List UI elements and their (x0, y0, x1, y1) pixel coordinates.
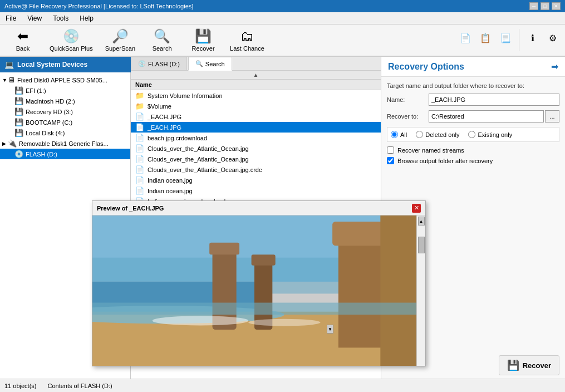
svg-rect-12 (92, 303, 416, 315)
tab-search[interactable]: 🔍 Search (188, 57, 232, 71)
file-item-clouds-1[interactable]: 📄 Clouds_over_the_Atlantic_Ocean.jpg (131, 143, 381, 154)
scrollbar-thumb[interactable] (418, 237, 425, 253)
expand-icon: ▶ (2, 141, 8, 146)
svg-point-14 (248, 319, 320, 326)
browse-output-row: Browse output folder after recovery (387, 157, 559, 164)
file-item-indian-2[interactable]: 📄 Indian ocean.jpg (131, 185, 381, 196)
file-item-beach[interactable]: 📄 beach.jpg.crdownload (131, 133, 381, 143)
file-item-svolume[interactable]: 📁 $Volume (131, 101, 381, 111)
menu-help[interactable]: Help (77, 14, 96, 23)
close-button[interactable]: ✕ (552, 2, 561, 10)
file-list-header: Name (131, 80, 381, 90)
back-button[interactable]: ⬅ Back (3, 26, 42, 54)
name-input[interactable] (429, 94, 559, 106)
lastchance-button[interactable]: 🗂 Last Chance (225, 26, 269, 54)
file-item-indian-1[interactable]: 📄 Indian ocean.jpg (131, 175, 381, 185)
file-icon: 📄 (135, 165, 144, 174)
scroll-up-arrow[interactable]: ▲ (131, 71, 381, 80)
quickscan-label: QuickScan Plus (50, 45, 93, 52)
tree-item-removable[interactable]: ▶ 🔌 Removable Disk1 Generic Flas... (0, 138, 130, 149)
toolbar-icon-btn-4[interactable]: ℹ (524, 29, 542, 47)
minimize-button[interactable]: ─ (529, 2, 538, 10)
recover-toolbar-button[interactable]: 💾 Recover (184, 26, 223, 54)
radio-deleted-input[interactable] (416, 131, 423, 138)
tree-item-fixeddisk[interactable]: ▼ 🖥 Fixed Disk0 APPLE SSD SM05... (0, 75, 130, 85)
recovery-options-title: Recovery Options (388, 62, 464, 72)
browse-button[interactable]: ... (545, 110, 559, 122)
radio-deleted-only[interactable]: Deleted only (416, 131, 459, 138)
search-button[interactable]: 🔍 Search (143, 26, 181, 54)
file-icon: 📄 (135, 155, 144, 163)
recover-named-streams-label: Recover named streams (397, 147, 464, 154)
recover-to-field-row: Recover to: ... (387, 110, 559, 122)
lastchance-icon: 🗂 (240, 28, 254, 44)
radio-existing-label: Existing only (478, 131, 512, 138)
menu-file[interactable]: File (3, 14, 18, 23)
partition-icon: 💾 (14, 118, 23, 126)
file-name: Clouds_over_the_Atlantic_Ocean.jpg.crdc (148, 166, 262, 173)
preview-close-button[interactable]: ✕ (412, 204, 421, 213)
scrollbar-up-arrow[interactable]: ▲ (418, 217, 425, 226)
tree-item-macintosh[interactable]: 💾 Macintosh HD (2:) (0, 96, 130, 106)
maximize-button[interactable]: □ (541, 2, 549, 10)
tree-item-bootcamp[interactable]: 💾 BOOTCAMP (C:) (0, 117, 130, 128)
tree-item-localdisk[interactable]: 💾 Local Disk (4:) (0, 128, 130, 138)
svg-point-13 (153, 316, 248, 325)
superscan-label: SuperScan (105, 45, 135, 52)
file-icon: 📄 (135, 176, 144, 184)
recover-label: Recover (192, 45, 215, 52)
tree-item-recovery-hd[interactable]: 💾 Recovery HD (3:) (0, 106, 130, 117)
radio-deleted-label: Deleted only (425, 131, 459, 138)
toolbar-icon-btn-3[interactable]: 📃 (497, 29, 514, 47)
svg-rect-7 (254, 258, 272, 330)
tab-flash[interactable]: 💿 FLASH (D:) (131, 57, 187, 70)
superscan-icon: 🔎 (112, 28, 129, 44)
radio-existing-input[interactable] (468, 131, 475, 138)
recover-icon: 💾 (195, 28, 212, 44)
scrollbar-down-arrow[interactable]: ▼ (327, 325, 333, 334)
menu-tools[interactable]: Tools (51, 14, 71, 23)
window-controls: ─ □ ✕ (529, 2, 561, 10)
radio-all-label: All (400, 131, 407, 138)
recover-named-streams-checkbox[interactable] (387, 146, 394, 154)
file-item-sysvolinfo[interactable]: 📁 System Volume Information (131, 90, 381, 101)
recover-button-large[interactable]: 💾 Recover (499, 355, 559, 375)
file-name: System Volume Information (148, 92, 223, 99)
lastchance-label: Last Chance (230, 45, 264, 52)
file-item-clouds-2[interactable]: 📄 Clouds_over_the_Atlantic_Ocean.jpg (131, 154, 381, 164)
file-item-each-2[interactable]: 📄 _EACH.JPG (131, 122, 381, 133)
file-icon: 📄 (135, 144, 144, 153)
radio-existing-only[interactable]: Existing only (468, 131, 512, 138)
file-item-clouds-crdc[interactable]: 📄 Clouds_over_the_Atlantic_Ocean.jpg.crd… (131, 164, 381, 175)
recover-named-streams-row: Recover named streams (387, 146, 559, 154)
radio-all[interactable]: All (391, 131, 407, 138)
file-icon: 📄 (135, 123, 144, 131)
quickscan-button[interactable]: 💿 QuickScan Plus (45, 26, 98, 54)
browse-output-checkbox[interactable] (387, 157, 394, 164)
tree-item-flash[interactable]: 💿 FLASH (D:) (0, 149, 130, 159)
toolbar-icon-btn-5[interactable]: ⚙ (544, 29, 562, 47)
preview-scrollbar[interactable]: ▲ ▼ (416, 215, 425, 366)
radio-all-input[interactable] (391, 131, 398, 138)
partition-icon: 💾 (14, 107, 23, 116)
superscan-button[interactable]: 🔎 SuperScan (100, 26, 140, 54)
toolbar-icon-btn-1[interactable]: 📄 (456, 29, 474, 47)
toolbar-icon-btn-2[interactable]: 📋 (476, 29, 494, 47)
recover-to-input[interactable] (429, 110, 544, 122)
file-item-each-1[interactable]: 📄 _EACH.JPG (131, 111, 381, 122)
toolbar: ⬅ Back 💿 QuickScan Plus 🔎 SuperScan 🔍 Se… (0, 24, 565, 57)
local-devices-header: 💻 Local System Devices (0, 57, 131, 72)
separator (519, 29, 519, 51)
object-count: 11 object(s) (4, 383, 36, 389)
partition-icon: 💾 (14, 97, 23, 105)
folder-icon: 📁 (135, 91, 144, 100)
file-name: Indian ocean.jpg (148, 188, 193, 194)
usb-icon: 🔌 (8, 139, 17, 148)
back-icon: ⬅ (17, 28, 28, 44)
tree-item-efi[interactable]: 💾 EFI (1:) (0, 85, 130, 96)
app-title: Active@ File Recovery Professional [Lice… (4, 3, 193, 9)
menu-view[interactable]: View (25, 14, 44, 23)
back-label: Back (16, 45, 30, 52)
title-bar: Active@ File Recovery Professional [Lice… (0, 0, 565, 12)
tree-label-flash: FLASH (D:) (26, 151, 57, 158)
